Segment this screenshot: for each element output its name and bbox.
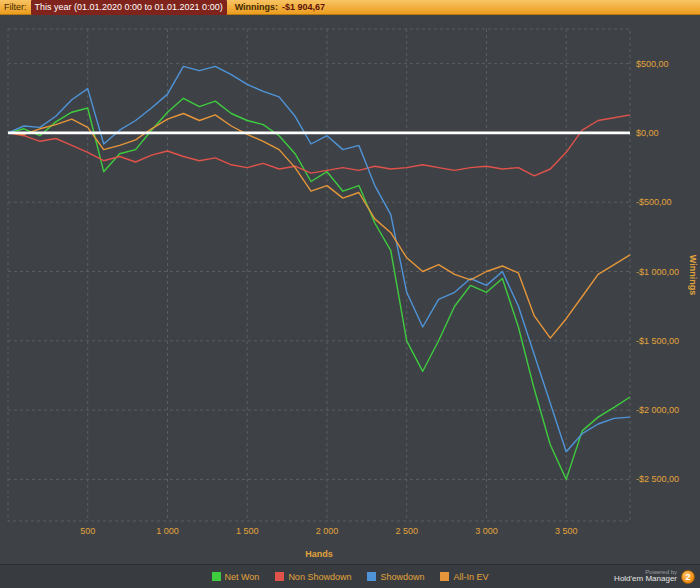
net-won-swatch [212,572,221,581]
legend-item-showdown[interactable]: Showdown [367,572,424,582]
svg-text:-$500,00: -$500,00 [636,197,672,207]
legend-label-net-won: Net Won [225,572,260,582]
svg-text:2 000: 2 000 [316,526,339,536]
svg-text:3 000: 3 000 [475,526,498,536]
legend-label-non-showdown: Non Showdown [288,572,351,582]
winnings-label: Winnings: [235,0,278,15]
chart-legend: Net Won Non Showdown Showdown All-In EV [212,572,489,582]
svg-text:-$1 000,00: -$1 000,00 [636,267,679,277]
legend-bar: Net Won Non Showdown Showdown All-In EV … [0,564,700,588]
legend-item-all-in-ev[interactable]: All-In EV [440,572,488,582]
brand-name: Hold'em Manager [614,575,677,584]
powered-by-branding: Powered by Hold'em Manager 2 [614,565,695,588]
powered-by-text: Powered by Hold'em Manager [614,569,677,584]
svg-text:1 500: 1 500 [236,526,259,536]
svg-text:1 000: 1 000 [156,526,179,536]
svg-text:2 500: 2 500 [395,526,418,536]
legend-item-net-won[interactable]: Net Won [212,572,260,582]
svg-text:-$2 000,00: -$2 000,00 [636,405,679,415]
filter-label: Filter: [4,0,27,15]
non-showdown-swatch [275,572,284,581]
series-all-in-ev [8,114,630,339]
showdown-swatch [367,572,376,581]
series-showdown [8,66,630,451]
winnings-line-chart[interactable]: 5001 0001 5002 0002 5003 0003 500$500,00… [0,15,700,564]
holdem-manager-graph-window: Filter: This year (01.01.2020 0:00 to 01… [0,0,700,588]
filter-bar: Filter: This year (01.01.2020 0:00 to 01… [0,0,700,15]
series-net-won [8,98,630,479]
filter-value-button[interactable]: This year (01.01.2020 0:00 to 01.01.2021… [31,0,227,15]
svg-text:3 500: 3 500 [555,526,578,536]
svg-text:-$1 500,00: -$1 500,00 [636,336,679,346]
legend-item-non-showdown[interactable]: Non Showdown [275,572,351,582]
svg-text:$0,00: $0,00 [636,128,659,138]
winnings-value: -$1 904,67 [282,0,325,15]
svg-text:-$2 500,00: -$2 500,00 [636,474,679,484]
legend-label-all-in-ev: All-In EV [453,572,488,582]
x-axis-title: Hands [305,549,333,559]
y-axis-title: Winnings [688,255,698,295]
all-in-ev-swatch [440,572,449,581]
hm2-logo-icon: 2 [681,570,695,584]
svg-text:$500,00: $500,00 [636,59,669,69]
legend-label-showdown: Showdown [380,572,424,582]
svg-text:500: 500 [80,526,95,536]
